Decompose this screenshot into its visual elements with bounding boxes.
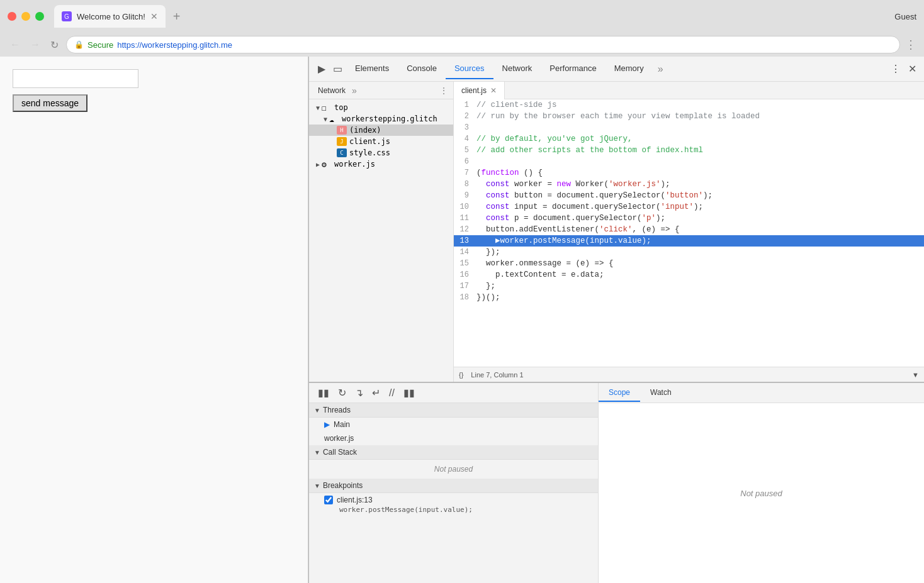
file-panel-more-button[interactable]: »	[352, 86, 357, 96]
call-stack-section-header[interactable]: ▼ Call Stack	[309, 445, 598, 460]
page-content: send message	[0, 57, 308, 583]
reload-button[interactable]: ↻	[48, 36, 61, 53]
code-tab-clientjs[interactable]: client.js ✕	[454, 82, 505, 99]
close-traffic-light[interactable]	[8, 12, 16, 21]
threads-arrow: ▼	[314, 407, 320, 414]
send-message-button[interactable]: send message	[13, 94, 87, 112]
scope-tab-scope[interactable]: Scope	[599, 384, 640, 402]
file-panel: Network » ⋮ ▼ ☐ top	[309, 82, 454, 382]
tree-item-domain[interactable]: ▼ ☁ workerstepping.glitch	[309, 113, 453, 125]
code-tab-bar: client.js ✕	[454, 82, 924, 99]
thread-main-label: Main	[334, 420, 350, 429]
tab-console[interactable]: Console	[398, 58, 446, 79]
tree-item-top[interactable]: ▼ ☐ top	[309, 102, 453, 113]
tab-label: Welcome to Glitch!	[77, 12, 145, 21]
devtools-header: ▶ ▭ Elements Console Sources Network Per…	[309, 57, 924, 82]
code-line-17: 17 };	[454, 280, 924, 292]
devtools-menu-button[interactable]: ⋮	[888, 60, 903, 77]
tree-item-index[interactable]: H (index)	[309, 125, 453, 136]
code-tab-close-button[interactable]: ✕	[490, 86, 497, 95]
tree-label-clientjs: client.js	[349, 137, 448, 146]
message-input[interactable]	[13, 69, 138, 88]
breakpoints-section-header[interactable]: ▼ Breakpoints	[309, 479, 598, 493]
deactivate-breakpoints-button[interactable]: //	[385, 385, 398, 401]
tab-memory[interactable]: Memory	[606, 58, 653, 79]
browser-tab[interactable]: G Welcome to Glitch! ✕	[54, 5, 166, 28]
breakpoint-checkbox-1[interactable]	[324, 496, 333, 504]
code-line-12: 12 button.addEventListener('click', (e) …	[454, 224, 924, 235]
minimize-traffic-light[interactable]	[21, 12, 30, 21]
tree-label-domain: workerstepping.glitch	[342, 114, 448, 123]
js-file-icon: J	[337, 137, 347, 146]
breakpoint-code-1: worker.postMessage(input.value);	[324, 504, 583, 515]
status-bar-position: Line 7, Column 1	[471, 371, 523, 379]
code-line-6: 6	[454, 156, 924, 167]
threads-label: Threads	[323, 406, 351, 414]
maximize-traffic-light[interactable]	[35, 12, 44, 21]
step-out-button[interactable]: ↵	[368, 384, 384, 401]
tree-item-stylecss[interactable]: C style.css	[309, 147, 453, 158]
scope-tab-watch[interactable]: Watch	[640, 384, 682, 402]
folder-icon: ☐	[322, 103, 332, 112]
pause-button[interactable]: ▮▮	[314, 384, 333, 401]
url-text: https://workerstepping.glitch.me	[117, 40, 232, 50]
tree-arrow-workerjs: ▶	[314, 161, 322, 168]
devtools-body: Network » ⋮ ▼ ☐ top	[309, 82, 924, 583]
call-stack-label: Call Stack	[323, 448, 357, 457]
status-bar-expand[interactable]: ▼	[912, 371, 919, 379]
new-tab-button[interactable]: +	[168, 7, 186, 26]
code-tab-label: client.js	[461, 86, 487, 95]
html-file-icon: H	[337, 126, 347, 135]
tree-item-workerjs[interactable]: ▶ ⚙ worker.js	[309, 158, 453, 170]
tab-elements[interactable]: Elements	[346, 58, 398, 79]
threads-section-header[interactable]: ▼ Threads	[309, 403, 598, 418]
tab-network[interactable]: Network	[493, 58, 541, 79]
breakpoint-item-1: client.js:13 worker.postMessage(input.va…	[309, 493, 598, 518]
tree-label-index: (index)	[349, 126, 448, 135]
pause-on-exceptions-button[interactable]: ▮▮	[400, 384, 419, 401]
not-paused-text: Not paused	[740, 489, 782, 498]
back-button[interactable]: ←	[8, 36, 23, 53]
thread-item-worker[interactable]: worker.js	[309, 431, 598, 445]
code-line-8: 8 const worker = new Worker('worker.js')…	[454, 179, 924, 190]
debugger-sections: ▼ Threads ▶ Main worker.js ▼	[309, 403, 598, 583]
devtools-actions: ⋮ ✕	[888, 60, 919, 77]
devtools-bottom-pane: ▮▮ ↻ ↴ ↵ // ▮▮ ▼ Threads	[309, 382, 924, 583]
title-bar: G Welcome to Glitch! ✕ + Guest	[0, 0, 924, 33]
status-bar-left: {}	[459, 371, 463, 379]
code-line-11: 11 const p = document.querySelector('p')…	[454, 213, 924, 224]
browser-chrome: G Welcome to Glitch! ✕ + Guest ← → ↻ 🔒 S…	[0, 0, 924, 57]
thread-worker-label: worker.js	[324, 434, 354, 443]
code-line-16: 16 p.textContent = e.data;	[454, 269, 924, 280]
tree-item-clientjs[interactable]: J client.js	[309, 136, 453, 147]
devtools-tabs: Elements Console Sources Network Perform…	[346, 58, 888, 79]
call-stack-arrow: ▼	[314, 449, 320, 456]
url-bar[interactable]: 🔒 Secure https://workerstepping.glitch.m…	[66, 36, 900, 53]
forward-button[interactable]: →	[28, 36, 43, 53]
tab-close-button[interactable]: ✕	[150, 11, 158, 21]
inspector-icon[interactable]: ▶	[314, 60, 329, 77]
code-line-13: 13 ▶worker.postMessage(input.value);	[454, 235, 924, 247]
address-bar: ← → ↻ 🔒 Secure https://workerstepping.gl…	[0, 33, 924, 57]
code-line-1: 1 // client-side js	[454, 99, 924, 111]
code-line-14: 14 });	[454, 247, 924, 258]
step-over-button[interactable]: ↻	[334, 384, 350, 401]
devtools-top-pane: Network » ⋮ ▼ ☐ top	[309, 82, 924, 382]
browser-more-button[interactable]: ⋮	[905, 38, 916, 52]
tab-performance[interactable]: Performance	[541, 58, 605, 79]
devtools-close-button[interactable]: ✕	[906, 60, 919, 77]
code-line-2: 2 // run by the browser each time your v…	[454, 111, 924, 122]
file-panel-menu-button[interactable]: ⋮	[439, 86, 448, 96]
code-view[interactable]: 1 // client-side js 2 // run by the brow…	[454, 99, 924, 367]
scope-content: Not paused	[599, 403, 924, 583]
tab-sources[interactable]: Sources	[446, 58, 493, 79]
thread-item-main[interactable]: ▶ Main	[309, 418, 598, 431]
devtools-tabs-more[interactable]: »	[653, 61, 668, 77]
tab-bar: G Welcome to Glitch! ✕ +	[54, 5, 894, 28]
step-into-button[interactable]: ↴	[351, 384, 367, 401]
cloud-icon: ☁	[329, 114, 339, 123]
network-tab-label[interactable]: Network	[314, 84, 349, 97]
device-icon[interactable]: ▭	[329, 60, 346, 77]
secure-icon: 🔒	[74, 40, 84, 49]
worker-group-icon: ⚙	[322, 160, 332, 169]
